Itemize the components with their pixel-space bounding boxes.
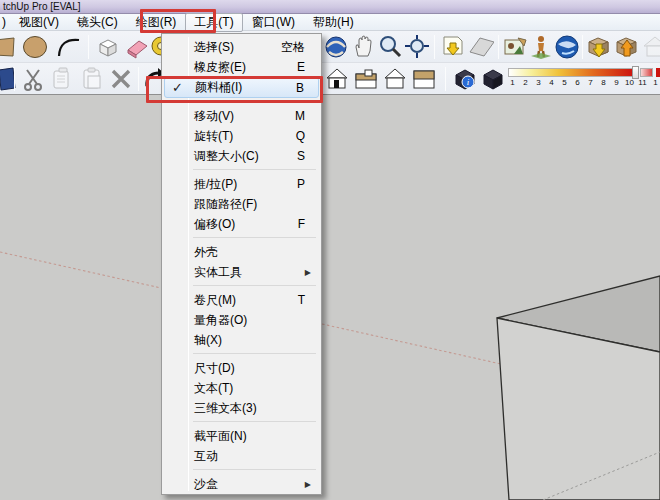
menubar-item-cutoff[interactable]: ) [0,14,10,30]
toolbar-separator [582,35,583,59]
menu-item-3d-text[interactable]: 三维文本(3) [164,398,319,418]
sketchup-window: { "window": { "title": "tchUp Pro [EVAL]… [0,0,660,500]
iso-view-icon[interactable] [324,66,350,92]
menu-separator [193,469,316,470]
toolbar-separator [498,35,499,59]
model-cube-icon[interactable] [480,66,506,92]
zoom-extents-tool-icon[interactable] [404,34,430,60]
drawing-canvas[interactable] [0,95,660,500]
menu-item-offset[interactable]: 偏移(O) F [164,214,319,234]
menu-item-move[interactable]: 移动(V) M [164,106,319,126]
front-view-icon[interactable] [382,66,408,92]
menu-item-followme[interactable]: 跟随路径(F) [164,194,319,214]
get-models-icon[interactable] [586,34,612,60]
model-info-cube-icon[interactable]: i [452,66,478,92]
scale-number: 9 [610,78,623,89]
menu-item-section-plane[interactable]: 截平面(N) [164,426,319,446]
submenu-arrow-icon: ▶ [305,268,311,277]
scale-number: 10 [623,78,636,89]
menubar-item-help[interactable]: 帮助(H) [304,13,363,32]
cut-icon[interactable] [20,66,46,92]
shadow-scale-strip[interactable] [508,68,634,77]
annotation-box-tools-menu [140,9,216,33]
menu-separator [193,421,316,422]
orbit-tool-icon[interactable] [323,34,349,60]
scale-number: 7 [584,78,597,89]
submenu-arrow-icon: ▶ [305,480,311,489]
scale-number: 5 [558,78,571,89]
menu-item-axes[interactable]: 轴(X) [164,330,319,350]
menu-item-pushpull[interactable]: 推/拉(P) P [164,174,319,194]
rectangle-tool-icon[interactable] [0,34,17,60]
toolbar-separator [138,67,139,91]
scale-number: 11 [636,78,649,89]
toolbar-row-2: i 1 2 3 4 5 6 7 8 9 10 11 1 [0,63,660,95]
window-title: tchUp Pro [EVAL] [3,1,81,12]
delete-icon[interactable] [108,66,134,92]
toolbar-separator [88,35,89,59]
circle-tool-icon[interactable] [22,34,48,60]
scale-number: 4 [545,78,558,89]
pushpull-tool-icon[interactable] [95,34,121,60]
paint-texture-icon[interactable] [502,34,528,60]
model-view [0,95,660,500]
menu-item-scale[interactable]: 调整大小(C) S [164,146,319,166]
shadow-scale-end [656,68,660,77]
menu-separator [193,353,316,354]
copy-icon[interactable] [50,66,76,92]
toolbar-separator [434,35,435,59]
menu-item-text[interactable]: 文本(T) [164,378,319,398]
paste-icon[interactable] [80,66,106,92]
scale-number: 6 [571,78,584,89]
scale-number: 1 [506,78,519,89]
menu-separator [193,285,316,286]
menu-item-eraser[interactable]: 橡皮擦(E) E [164,57,319,77]
menu-item-dimensions[interactable]: 尺寸(D) [164,358,319,378]
house-faded-icon[interactable] [642,34,660,60]
scale-number: 1 [649,78,660,89]
share-models-icon[interactable] [614,34,640,60]
menubar-item-camera[interactable]: 镜头(C) [68,13,127,32]
menubar-item-view[interactable]: 视图(V) [10,13,68,32]
component-partial-icon[interactable] [0,66,20,92]
top-view-icon[interactable] [353,66,379,92]
menu-item-outer-shell[interactable]: 外壳 [164,242,319,262]
menu-item-select[interactable]: 选择(S) 空格 [164,37,319,57]
arc-tool-icon[interactable] [56,34,82,60]
scale-number: 3 [532,78,545,89]
menubar-item-window[interactable]: 窗口(W) [243,13,304,32]
toolbar-row-1 [0,31,660,63]
menu-item-sandbox[interactable]: 沙盒 ▶ [164,474,319,494]
toolbar-separator [14,67,15,91]
menu-item-protractor[interactable]: 量角器(O) [164,310,319,330]
back-view-icon[interactable] [411,66,437,92]
menu-item-rotate[interactable]: 旋转(T) Q [164,126,319,146]
toolbar-separator [445,67,446,91]
import-model-icon[interactable] [440,34,466,60]
shadow-scale-extension [640,68,653,77]
menu-separator [193,237,316,238]
shadow-scale-numbers: 1 2 3 4 5 6 7 8 9 10 11 1 [506,78,660,89]
menu-item-solid-tools[interactable]: 实体工具 ▶ [164,262,319,282]
place-person-icon[interactable] [528,34,554,60]
eraser-tool-icon[interactable] [124,34,150,60]
menu-bar: ) 视图(V) 镜头(C) 绘图(R) 工具(T) 窗口(W) 帮助(H) [0,14,660,31]
zoom-tool-icon[interactable] [377,34,403,60]
pan-tool-icon[interactable] [350,34,376,60]
menu-item-tape-measure[interactable]: 卷尺(M) T [164,290,319,310]
annotation-box-paint-bucket [146,76,323,103]
menu-item-interact[interactable]: 互动 [164,446,319,466]
scale-number: 8 [597,78,610,89]
section-plane-icon[interactable] [468,34,494,60]
menu-separator [193,169,316,170]
google-earth-icon[interactable] [554,34,580,60]
scale-number: 2 [519,78,532,89]
